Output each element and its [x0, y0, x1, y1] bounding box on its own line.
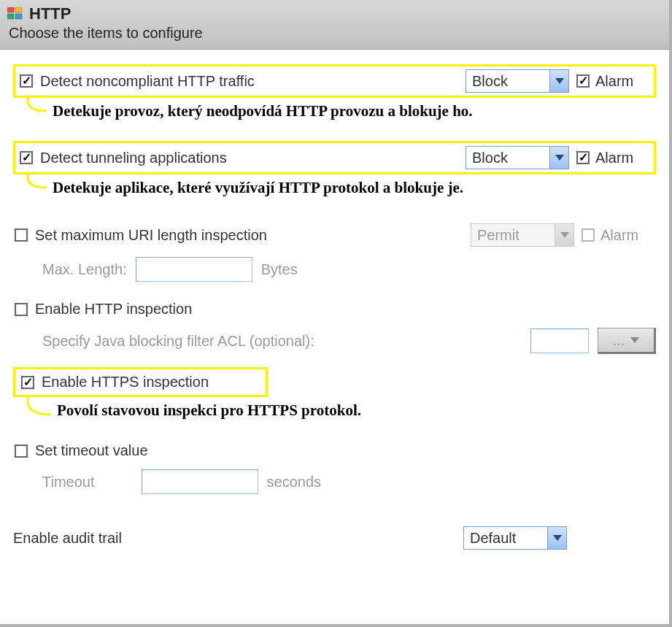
tunneling-action-value: Block [466, 147, 549, 169]
tunneling-alarm-checkbox[interactable] [576, 151, 590, 164]
bytes-label: Bytes [261, 261, 298, 278]
https-inspect-callout: Povolí stavovou inspekci pro HTTPS proto… [25, 397, 656, 423]
http-inspect-label: Enable HTTP inspection [35, 301, 192, 318]
timeout-label: Set timeout value [35, 442, 148, 459]
dropdown-button-icon [555, 224, 573, 246]
uri-action-value: Permit [471, 224, 555, 246]
uri-action-select: Permit [471, 223, 574, 247]
http-inspect-acl-row: Specify Java blocking filter ACL (option… [13, 328, 656, 354]
chevron-down-icon [560, 232, 569, 238]
noncompliant-callout: Detekuje provoz, který neodpovídá HTTP p… [25, 98, 656, 120]
tunneling-checkbox[interactable] [20, 151, 33, 164]
option-http-inspect-row: Enable HTTP inspection [13, 295, 656, 323]
chevron-down-icon [630, 337, 639, 343]
dropdown-button-icon [549, 70, 568, 92]
callout-connector-icon [25, 397, 54, 423]
uri-alarm-checkbox [582, 228, 595, 242]
panel-content: Detect noncompliant HTTP traffic Block A… [0, 50, 669, 563]
callout-connector-icon [25, 174, 50, 196]
noncompliant-action-select[interactable]: Block [466, 69, 569, 93]
https-inspect-checkbox[interactable] [21, 376, 34, 389]
timeout-checkbox[interactable] [15, 445, 28, 458]
option-uri-row: Set maximum URI length inspection Permit… [13, 218, 656, 253]
option-tunneling-row: Detect tunneling applications Block Alar… [13, 141, 656, 174]
dropdown-button-icon [549, 147, 568, 169]
chevron-down-icon [553, 535, 562, 541]
dropdown-button-icon [547, 527, 566, 549]
alarm-label: Alarm [595, 150, 633, 166]
http-inspect-acl-label: Specify Java blocking filter ACL (option… [42, 333, 314, 350]
noncompliant-checkbox[interactable] [20, 74, 33, 88]
http-config-panel: HTTP Choose the items to configure Detec… [0, 0, 672, 627]
chevron-down-icon [555, 78, 564, 84]
chevron-down-icon [555, 155, 564, 161]
option-timeout-row: Set timeout value [13, 436, 656, 465]
acl-browse-button: ... [598, 328, 656, 354]
audit-select[interactable]: Default [463, 526, 567, 550]
alarm-label: Alarm [600, 227, 638, 244]
https-inspect-callout-text: Povolí stavovou inspekci pro HTTPS proto… [57, 401, 361, 420]
tunneling-callout: Detekuje aplikace, které využívají HTTP … [25, 174, 656, 197]
uri-maxlen-label: Max. Length: [42, 261, 127, 278]
option-audit-row: Enable audit trail Default [13, 520, 656, 555]
ellipsis-label: ... [613, 332, 625, 349]
noncompliant-callout-text: Detekuje provoz, který neodpovídá HTTP p… [53, 102, 473, 120]
tunneling-label: Detect tunneling applications [40, 150, 227, 166]
tunneling-action-select[interactable]: Block [466, 146, 569, 169]
audit-value: Default [464, 527, 547, 549]
svg-rect-1 [15, 7, 22, 12]
svg-rect-0 [7, 7, 14, 12]
svg-rect-2 [7, 14, 14, 19]
noncompliant-action-value: Block [466, 70, 549, 92]
timeout-field-label: Timeout [42, 474, 95, 491]
uri-maxlen-input [136, 257, 252, 282]
timeout-input [142, 469, 258, 494]
panel-title: HTTP [29, 4, 71, 23]
timeout-value-row: Timeout seconds [13, 469, 656, 494]
http-inspect-acl-input [530, 328, 589, 353]
alarm-label: Alarm [595, 73, 633, 90]
noncompliant-alarm-checkbox[interactable] [576, 74, 590, 88]
uri-maxlen-row: Max. Length: Bytes [13, 257, 656, 282]
seconds-label: seconds [267, 474, 322, 491]
uri-label: Set maximum URI length inspection [35, 227, 267, 244]
panel-header: HTTP Choose the items to configure [0, 0, 669, 50]
option-https-inspect-row: Enable HTTPS inspection [13, 367, 656, 397]
tunneling-callout-text: Detekuje aplikace, které využívají HTTP … [53, 179, 463, 197]
http-inspect-checkbox[interactable] [15, 303, 28, 316]
audit-label: Enable audit trail [13, 530, 122, 547]
svg-rect-3 [15, 14, 22, 19]
http-panel-icon [7, 7, 23, 20]
uri-checkbox[interactable] [15, 228, 28, 242]
callout-connector-icon [25, 98, 50, 120]
panel-subtitle: Choose the items to configure [9, 25, 662, 42]
option-noncompliant-row: Detect noncompliant HTTP traffic Block A… [13, 64, 656, 98]
noncompliant-label: Detect noncompliant HTTP traffic [40, 73, 255, 90]
https-inspect-label: Enable HTTPS inspection [42, 374, 209, 391]
